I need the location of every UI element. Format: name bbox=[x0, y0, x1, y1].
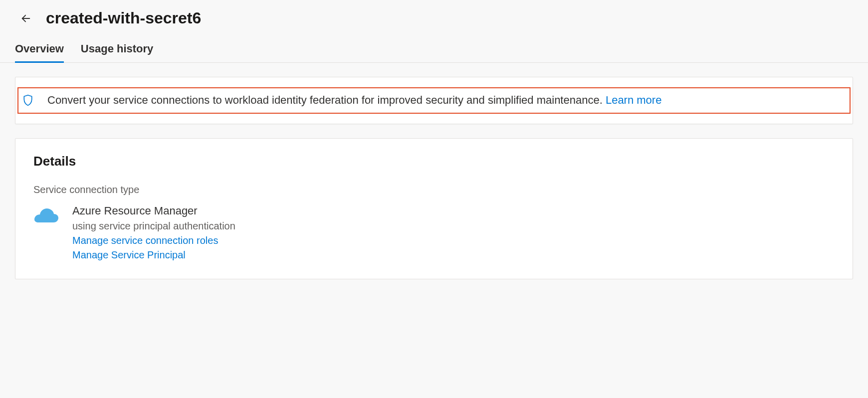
tab-usage-history[interactable]: Usage history bbox=[81, 42, 154, 62]
back-arrow-icon[interactable] bbox=[20, 12, 32, 24]
info-banner: Convert your service connections to work… bbox=[17, 87, 851, 114]
tab-label: Usage history bbox=[81, 42, 154, 55]
manage-service-principal-link[interactable]: Manage Service Principal bbox=[72, 249, 235, 261]
banner-text: Convert your service connections to work… bbox=[47, 93, 843, 108]
manage-roles-link[interactable]: Manage service connection roles bbox=[72, 235, 235, 246]
connection-name: Azure Resource Manager bbox=[72, 204, 235, 217]
tab-label: Overview bbox=[15, 42, 64, 55]
connection-row: Azure Resource Manager using service pri… bbox=[33, 204, 835, 261]
tab-overview[interactable]: Overview bbox=[15, 42, 64, 62]
cloud-icon bbox=[33, 207, 59, 226]
connection-type-label: Service connection type bbox=[33, 184, 835, 196]
page-title: created-with-secret6 bbox=[46, 9, 201, 27]
learn-more-link[interactable]: Learn more bbox=[606, 94, 662, 106]
banner-message: Convert your service connections to work… bbox=[47, 94, 603, 106]
details-heading: Details bbox=[33, 154, 835, 169]
shield-icon bbox=[22, 94, 33, 106]
info-banner-card: Convert your service connections to work… bbox=[15, 77, 853, 124]
page-header: created-with-secret6 bbox=[0, 0, 868, 32]
tab-bar: Overview Usage history bbox=[0, 32, 868, 63]
connection-subtitle: using service principal authentication bbox=[72, 220, 235, 232]
connection-info: Azure Resource Manager using service pri… bbox=[72, 204, 235, 261]
details-card: Details Service connection type Azure Re… bbox=[15, 138, 853, 279]
